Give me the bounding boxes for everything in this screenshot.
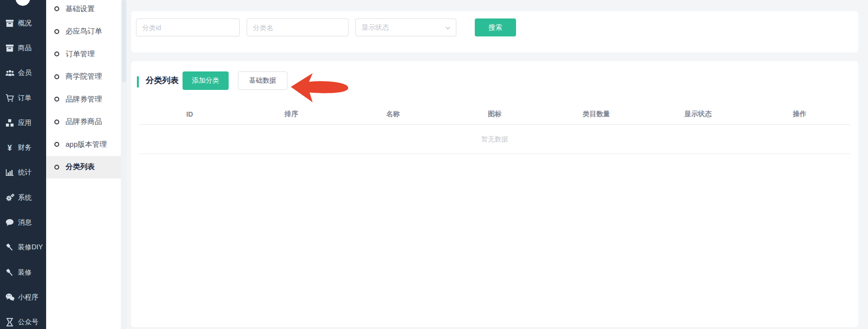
sidebar-item-会员[interactable]: 会员 bbox=[0, 61, 46, 86]
sidebar-item-概况[interactable]: 概况 bbox=[0, 11, 46, 35]
submenu-item-label: 品牌券管理 bbox=[66, 95, 102, 104]
submenu-item-商学院管理[interactable]: 商学院管理 bbox=[46, 66, 121, 88]
sidebar-item-label: 订单 bbox=[18, 94, 32, 103]
circle-icon bbox=[54, 29, 59, 34]
category-id-input[interactable] bbox=[136, 18, 240, 36]
chevron-down-icon bbox=[445, 25, 451, 33]
category-name-input[interactable] bbox=[247, 18, 349, 36]
sidebar-item-label: 应用 bbox=[18, 119, 32, 127]
gavel-icon bbox=[5, 243, 15, 252]
sidebar-item-label: 公众号 bbox=[18, 318, 38, 327]
sidebar-item-财务[interactable]: ¥财务 bbox=[0, 135, 46, 160]
table-header-cell: 排序 bbox=[240, 104, 342, 124]
yen-icon: ¥ bbox=[5, 143, 15, 152]
sidebar-item-label: 系统 bbox=[18, 193, 32, 202]
cart-icon bbox=[5, 94, 15, 103]
sidebar-item-label: 财务 bbox=[18, 143, 32, 152]
sidebar-item-label: 小程序 bbox=[18, 293, 38, 302]
submenu-item-label: app版本管理 bbox=[66, 140, 107, 149]
page-title: 分类列表 bbox=[146, 71, 179, 90]
submenu-item-label: 品牌券商品 bbox=[66, 117, 102, 126]
circle-icon bbox=[54, 74, 59, 79]
filter-card: 显示状态 搜索 bbox=[131, 11, 858, 52]
sidebar-item-小程序[interactable]: 小程序 bbox=[0, 285, 46, 310]
sidebar-item-装修DIY[interactable]: 装修DIY bbox=[0, 235, 46, 260]
sidebar-item-label: 商品 bbox=[18, 44, 32, 52]
archive-icon bbox=[5, 44, 15, 52]
sidebar-item-应用[interactable]: 应用 bbox=[0, 110, 46, 135]
search-button[interactable]: 搜索 bbox=[475, 18, 516, 36]
table-header-cell: 显示状态 bbox=[647, 104, 749, 124]
sidebar-item-label: 装修DIY bbox=[18, 243, 43, 252]
sidebar-item-系统[interactable]: 系统 bbox=[0, 185, 46, 210]
submenu-item-label: 基础设置 bbox=[66, 4, 95, 14]
cogs-icon bbox=[5, 193, 15, 202]
comment-icon bbox=[5, 218, 15, 227]
table-header-cell: ID bbox=[139, 104, 240, 124]
submenu-item-label: 分类列表 bbox=[66, 162, 95, 172]
sidebar-item-装修[interactable]: 装修 bbox=[0, 260, 46, 285]
select-placeholder: 显示状态 bbox=[362, 23, 389, 32]
submenu-item-基础设置[interactable]: 基础设置 bbox=[46, 0, 121, 20]
hourglass-icon bbox=[5, 318, 15, 327]
circle-icon bbox=[54, 142, 59, 147]
sidebar-item-商品[interactable]: 商品 bbox=[0, 35, 46, 60]
submenu-item-订单管理[interactable]: 订单管理 bbox=[46, 43, 121, 66]
circle-icon bbox=[54, 120, 59, 124]
cubes-icon bbox=[5, 119, 15, 127]
display-status-select[interactable]: 显示状态 bbox=[355, 18, 456, 36]
section-accent-bar bbox=[137, 76, 139, 87]
avatar[interactable] bbox=[16, 0, 30, 6]
sidebar-nav: 概况商品会员订单应用¥财务统计系统消息装修DIY装修小程序公众号 bbox=[0, 11, 46, 329]
sidebar-item-订单[interactable]: 订单 bbox=[0, 86, 46, 110]
submenu-scrollbar[interactable] bbox=[121, 0, 127, 329]
scrollbar-thumb[interactable] bbox=[122, 0, 126, 83]
wechat-icon bbox=[5, 293, 15, 301]
circle-icon bbox=[54, 165, 59, 170]
table-header-row: ID排序名称图标类目数量显示状态操作 bbox=[139, 104, 851, 125]
empty-text: 暂无数据 bbox=[481, 135, 508, 144]
users-icon bbox=[5, 69, 15, 77]
sidebar-item-label: 概况 bbox=[18, 19, 32, 28]
gavel-icon bbox=[5, 268, 15, 277]
circle-icon bbox=[54, 97, 59, 102]
table-header-cell: 类目数量 bbox=[546, 104, 647, 124]
submenu-item-label: 商学院管理 bbox=[66, 72, 102, 81]
archive-icon bbox=[5, 19, 15, 28]
svg-text:¥: ¥ bbox=[8, 144, 12, 152]
submenu-item-必应鸟订单[interactable]: 必应鸟订单 bbox=[46, 20, 121, 43]
submenu-item-label: 必应鸟订单 bbox=[66, 27, 102, 36]
table-empty-state: 暂无数据 bbox=[139, 125, 851, 154]
table-header-cell: 操作 bbox=[749, 104, 851, 124]
sidebar-item-label: 统计 bbox=[18, 168, 32, 177]
add-category-button[interactable]: 添加分类 bbox=[183, 71, 229, 90]
sidebar-item-label: 会员 bbox=[18, 69, 32, 77]
submenu-item-app版本管理[interactable]: app版本管理 bbox=[46, 133, 121, 156]
bar-chart-icon bbox=[5, 168, 15, 177]
sidebar-item-统计[interactable]: 统计 bbox=[0, 160, 46, 185]
submenu-list: 基础设置必应鸟订单订单管理商学院管理品牌券管理品牌券商品app版本管理分类列表 bbox=[46, 0, 121, 178]
submenu-item-label: 订单管理 bbox=[66, 50, 95, 59]
submenu-panel: 基础设置必应鸟订单订单管理商学院管理品牌券管理品牌券商品app版本管理分类列表 bbox=[46, 0, 121, 329]
table-header-cell: 图标 bbox=[444, 104, 545, 124]
submenu-item-分类列表[interactable]: 分类列表 bbox=[46, 156, 121, 179]
submenu-item-品牌券商品[interactable]: 品牌券商品 bbox=[46, 111, 121, 134]
base-data-button[interactable]: 基础数据 bbox=[238, 71, 287, 90]
circle-icon bbox=[54, 6, 59, 11]
sidebar-item-label: 消息 bbox=[18, 218, 32, 227]
primary-sidebar: 概况商品会员订单应用¥财务统计系统消息装修DIY装修小程序公众号 bbox=[0, 0, 46, 329]
table-header-cell: 名称 bbox=[342, 104, 444, 124]
sidebar-item-公众号[interactable]: 公众号 bbox=[0, 310, 46, 329]
category-list-card: 分类列表 添加分类 基础数据 ID排序名称图标类目数量显示状态操作 暂无数据 bbox=[131, 61, 858, 327]
circle-icon bbox=[54, 52, 59, 56]
sidebar-item-label: 装修 bbox=[18, 268, 32, 277]
submenu-item-品牌券管理[interactable]: 品牌券管理 bbox=[46, 88, 121, 111]
sidebar-item-消息[interactable]: 消息 bbox=[0, 210, 46, 235]
